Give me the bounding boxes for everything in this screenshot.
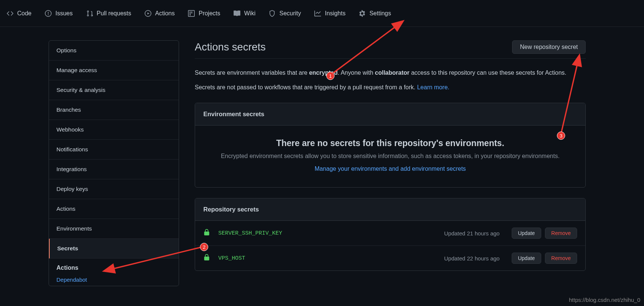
sidebar-item-notifications[interactable]: Notifications	[49, 140, 179, 160]
tab-insights-label: Insights	[325, 10, 345, 17]
sidebar-item-deploy-keys[interactable]: Deploy keys	[49, 179, 179, 199]
tab-projects[interactable]: Projects	[181, 0, 227, 27]
update-secret-button[interactable]: Update	[512, 253, 541, 264]
sidebar-item-secrets[interactable]: Secrets	[49, 239, 179, 259]
sidebar-item-manage-access[interactable]: Manage access	[49, 61, 179, 80]
gear-icon	[359, 10, 366, 17]
sidebar-item-environments[interactable]: Environments	[49, 219, 179, 239]
page-title: Actions secrets	[195, 41, 266, 53]
secret-row: SERVER_SSH_PRIV_KEY Updated 21 hours ago…	[195, 221, 585, 245]
secret-name: VPS_HOST	[218, 255, 444, 262]
env-empty-title: There are no secrets for this repository…	[206, 138, 574, 148]
tab-code[interactable]: Code	[0, 0, 38, 27]
code-icon	[7, 10, 13, 17]
secret-updated: Updated 21 hours ago	[444, 230, 499, 237]
environment-secrets-header: Environment secrets	[195, 103, 585, 126]
shield-icon	[269, 10, 275, 17]
secrets-description-2: Secrets are not passed to workflows that…	[195, 82, 586, 92]
secret-row: VPS_HOST Updated 22 hours ago Update Rem…	[195, 245, 585, 271]
sidebar-subhead-actions: Actions	[49, 259, 179, 273]
tab-wiki-label: Wiki	[244, 10, 255, 17]
tab-pulls[interactable]: Pull requests	[80, 0, 138, 27]
remove-secret-button[interactable]: Remove	[545, 228, 577, 239]
learn-more-link[interactable]: Learn more.	[417, 84, 449, 90]
tab-issues[interactable]: Issues	[38, 0, 79, 27]
tab-code-label: Code	[17, 10, 31, 17]
play-icon	[145, 10, 151, 17]
sidebar-sub-dependabot[interactable]: Dependabot	[49, 273, 179, 286]
environment-secrets-panel: Environment secrets There are no secrets…	[195, 103, 586, 188]
repository-secrets-panel: Repository secrets SERVER_SSH_PRIV_KEY U…	[195, 198, 586, 271]
tab-actions-label: Actions	[155, 10, 175, 17]
sidebar-item-options[interactable]: Options	[49, 41, 179, 61]
tab-issues-label: Issues	[55, 10, 73, 17]
sidebar-item-security-analysis[interactable]: Security & analysis	[49, 80, 179, 100]
annotation-badge-3: 3	[557, 132, 565, 140]
tab-wiki[interactable]: Wiki	[227, 0, 262, 27]
tab-insights[interactable]: Insights	[308, 0, 352, 27]
env-empty-desc: Encrypted environment secrets allow you …	[206, 153, 574, 160]
sidebar-item-branches[interactable]: Branches	[49, 100, 179, 120]
repository-secrets-header: Repository secrets	[195, 198, 585, 221]
tab-actions[interactable]: Actions	[138, 0, 181, 27]
book-icon	[234, 10, 240, 17]
annotation-badge-1: 1	[326, 72, 335, 80]
tab-settings-label: Settings	[369, 10, 391, 17]
sidebar-item-webhooks[interactable]: Webhooks	[49, 120, 179, 140]
pull-request-icon	[86, 10, 93, 17]
repo-nav: Code Issues Pull requests Actions Projec…	[0, 0, 644, 27]
annotation-badge-2: 2	[200, 243, 208, 251]
main-content: Actions secrets New repository secret Se…	[179, 40, 601, 286]
tab-projects-label: Projects	[198, 10, 220, 17]
remove-secret-button[interactable]: Remove	[545, 253, 577, 264]
settings-sidebar: Options Manage access Security & analysi…	[49, 40, 179, 286]
watermark: https://blog.csdn.net/zhihu_0	[569, 297, 640, 303]
secret-name: SERVER_SSH_PRIV_KEY	[218, 230, 444, 237]
sidebar-item-actions[interactable]: Actions	[49, 199, 179, 219]
manage-environments-link[interactable]: Manage your environments and add environ…	[315, 166, 466, 172]
tab-pulls-label: Pull requests	[97, 10, 132, 17]
tab-security-label: Security	[279, 10, 301, 17]
update-secret-button[interactable]: Update	[512, 228, 541, 239]
project-icon	[188, 10, 195, 17]
sidebar-item-integrations[interactable]: Integrations	[49, 160, 179, 179]
lock-icon	[203, 229, 210, 237]
secrets-description-1: Secrets are environment variables that a…	[195, 68, 586, 78]
lock-icon	[203, 254, 210, 262]
graph-icon	[314, 10, 321, 17]
tab-settings[interactable]: Settings	[352, 0, 398, 27]
issue-icon	[45, 10, 52, 17]
secret-updated: Updated 22 hours ago	[444, 255, 499, 262]
new-repository-secret-button[interactable]: New repository secret	[512, 40, 586, 54]
tab-security[interactable]: Security	[262, 0, 308, 27]
